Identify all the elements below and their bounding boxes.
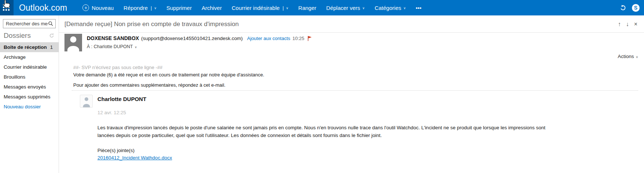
split-button-divider: |: [151, 5, 152, 11]
quoted-message: Charlotte DUPONT 12 avr. 12:25 Les trava…: [72, 90, 638, 161]
header-right-icons: S: [619, 4, 644, 12]
folder-label: Messages envoyés: [4, 84, 46, 90]
categories-button[interactable]: Catégories ∨: [375, 5, 406, 11]
folder-label: Messages supprimés: [4, 94, 51, 100]
reply-button-label: Répondre: [123, 5, 148, 11]
folder-label: Archivage: [4, 54, 26, 60]
new-button-label: Nouveau: [92, 5, 114, 11]
app-launcher-button[interactable]: [0, 0, 14, 15]
folders-header: Dossiers: [0, 28, 59, 41]
ellipsis-icon: •••: [416, 5, 422, 11]
sidebar-item-junk[interactable]: Courrier indésirable: [0, 62, 59, 72]
chevron-down-icon[interactable]: ∨: [154, 6, 157, 10]
new-button[interactable]: + Nouveau: [82, 4, 114, 11]
plus-circle-icon: +: [82, 4, 89, 11]
folder-label: Courrier indésirable: [4, 64, 47, 70]
sweep-button[interactable]: Ranger: [298, 5, 316, 11]
quoted-message-content: Charlotte DUPONT 12 avr. 12:25 Les trava…: [72, 91, 638, 161]
do-not-write-notice: ##- SVP n'écrivez pas sous cette ligne -…: [73, 65, 638, 71]
folder-list: Boîte de réception 1 Archivage Courrier …: [0, 42, 59, 102]
sidebar-item-deleted[interactable]: Messages supprimés: [0, 92, 59, 102]
message-body: ##- SVP n'écrivez pas sous cette ligne -…: [59, 65, 644, 161]
search-input[interactable]: [6, 21, 48, 26]
author-avatar: [80, 95, 93, 108]
move-to-button-label: Déplacer vers: [326, 5, 360, 11]
close-message-icon[interactable]: ×: [634, 21, 637, 27]
sender-line: DOXENSE SANDBOX (support@doxense14550104…: [87, 35, 312, 41]
mouse-cursor-icon: [1, 0, 12, 10]
sender-row: DOXENSE SANDBOX (support@doxense14550104…: [59, 33, 644, 51]
attachments-label: Pièce(s) jointe(s): [97, 147, 550, 154]
junk-button[interactable]: Courrier indésirable | ∨: [232, 5, 288, 11]
flag-icon[interactable]: [307, 36, 312, 41]
reply-hint-line: Pour ajouter des commentaires supplément…: [73, 82, 638, 88]
author-name: Charlotte DUPONT: [97, 95, 550, 102]
archive-button[interactable]: Archiver: [201, 5, 222, 11]
message-subject: [Demande reçue] Non prise en compte de t…: [64, 21, 638, 28]
more-commands-button[interactable]: •••: [416, 5, 422, 11]
sender-email: (support@doxense1455010421.zendesk.com): [141, 36, 243, 41]
brand-logo[interactable]: Outlook.com: [19, 3, 67, 13]
sweep-button-label: Ranger: [298, 5, 316, 11]
archive-button-label: Archiver: [201, 5, 222, 11]
actions-label: Actions: [618, 54, 634, 59]
junk-button-label: Courrier indésirable: [232, 5, 280, 11]
move-to-button[interactable]: Déplacer vers ∨: [326, 5, 365, 11]
subject-row: [Demande reçue] Non prise en compte de t…: [59, 15, 644, 28]
quoted-message-date: 12 avr. 12:25: [97, 110, 550, 116]
message-time: 10:25: [292, 36, 304, 41]
previous-message-icon[interactable]: ↑: [618, 21, 621, 27]
categories-button-label: Catégories: [375, 5, 401, 11]
sidebar-item-sent[interactable]: Messages envoyés: [0, 82, 59, 92]
top-bar: Outlook.com + Nouveau Répondre | ∨ Suppr…: [0, 0, 644, 15]
search-icon[interactable]: [48, 21, 53, 26]
folders-heading: Dossiers: [4, 32, 31, 40]
chevron-down-icon: ∨: [362, 6, 365, 10]
ticket-received-line: Votre demande (6) a été reçue et est en …: [73, 72, 638, 78]
folders-sidebar: Dossiers Boîte de réception 1 Archivage …: [0, 15, 59, 173]
skype-icon[interactable]: S: [632, 4, 640, 12]
command-bar: + Nouveau Répondre | ∨ Supprimer Archive…: [82, 4, 421, 11]
delete-button-label: Supprimer: [166, 5, 192, 11]
delete-button[interactable]: Supprimer: [166, 5, 192, 11]
add-to-contacts-link[interactable]: Ajouter aux contacts: [247, 36, 290, 41]
reply-button[interactable]: Répondre | ∨: [123, 5, 156, 11]
sender-info: DOXENSE SANDBOX (support@doxense14550104…: [87, 34, 312, 51]
chevron-down-icon: ∨: [403, 6, 406, 10]
split-button-divider: |: [282, 5, 284, 11]
quoted-message-column: Charlotte DUPONT 12 avr. 12:25 Les trava…: [97, 95, 550, 161]
sender-avatar: [64, 34, 82, 51]
recipient-line: À : Charlotte DUPONT ∨: [87, 44, 312, 49]
chevron-down-icon: ∨: [636, 55, 638, 59]
undo-button[interactable]: [619, 4, 626, 11]
folder-label: Brouillons: [4, 74, 25, 80]
chevron-down-icon[interactable]: ∨: [286, 6, 289, 10]
recipient-text: À : Charlotte DUPONT: [87, 44, 133, 49]
message-pager: ↑ ↓ ×: [618, 21, 637, 27]
sidebar-item-drafts[interactable]: Brouillons: [0, 72, 59, 82]
chevron-down-icon[interactable]: ∨: [135, 46, 137, 49]
next-message-icon[interactable]: ↓: [626, 21, 629, 27]
undo-icon: [619, 4, 626, 11]
refresh-icon[interactable]: [49, 33, 54, 38]
folder-label: Boîte de réception: [4, 44, 47, 50]
sidebar-item-archive[interactable]: Archivage: [0, 52, 59, 62]
search-box[interactable]: [3, 19, 56, 28]
sender-name: DOXENSE SANDBOX: [87, 35, 139, 41]
new-folder-link[interactable]: Nouveau dossier: [0, 102, 59, 112]
reading-pane: [Demande reçue] Non prise en compte de t…: [59, 15, 644, 173]
sidebar-item-inbox[interactable]: Boîte de réception 1: [0, 42, 59, 52]
attachment-link[interactable]: 20160412_Incident Wathdoc.docx: [97, 155, 172, 161]
quoted-message-text: Les travaux d'impression lancés depuis l…: [97, 124, 550, 139]
unread-count: 1: [50, 44, 53, 50]
actions-menu-button[interactable]: Actions ∨: [618, 54, 638, 59]
